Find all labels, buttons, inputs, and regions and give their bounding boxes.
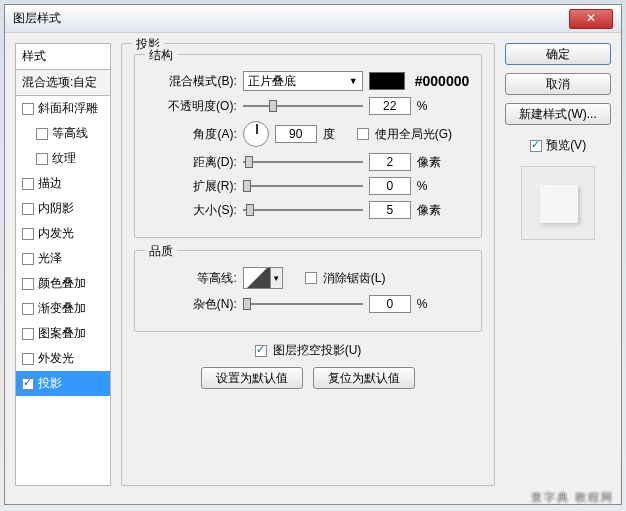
opacity-label: 不透明度(O): [147,98,237,115]
opacity-slider[interactable] [243,98,363,114]
sidebar-item-checkbox[interactable] [36,153,48,165]
group-main: 投影 结构 混合模式(B): 正片叠底 ▼ #000000 不透明度(O): [121,43,496,486]
sidebar-item-label: 等高线 [52,125,88,142]
contour-dropdown[interactable]: ▼ [271,267,283,289]
antialias-checkbox[interactable] [305,272,317,284]
antialias-label: 消除锯齿(L) [323,270,386,287]
angle-label: 角度(A): [147,126,237,143]
watermark: 查字典 教程网 [531,490,614,505]
sidebar-item-10[interactable]: 外发光 [16,346,110,371]
sidebar-item-checkbox[interactable] [22,228,34,240]
sidebar-item-label: 描边 [38,175,62,192]
sidebar-item-8[interactable]: 渐变叠加 [16,296,110,321]
size-label: 大小(S): [147,202,237,219]
sidebar-head: 样式 [16,44,110,70]
sidebar-item-label: 外发光 [38,350,74,367]
contour-label: 等高线: [147,270,237,287]
sidebar-item-checkbox[interactable] [22,103,34,115]
size-input[interactable]: 5 [369,201,411,219]
sidebar-item-0[interactable]: 斜面和浮雕 [16,96,110,121]
sidebar-item-11[interactable]: 投影 [16,371,110,396]
unit-percent: % [417,297,445,311]
sidebar-item-5[interactable]: 内发光 [16,221,110,246]
new-style-button[interactable]: 新建样式(W)... [505,103,611,125]
contour-preview[interactable] [243,267,271,289]
sidebar-item-label: 颜色叠加 [38,275,86,292]
sidebar-item-checkbox[interactable] [22,203,34,215]
sidebar-item-1[interactable]: 等高线 [16,121,110,146]
color-hex-label: #000000 [415,73,470,89]
set-default-button[interactable]: 设置为默认值 [201,367,303,389]
blend-mode-value: 正片叠底 [248,73,296,90]
group-structure-legend: 结构 [145,47,177,64]
opacity-input[interactable]: 22 [369,97,411,115]
noise-input[interactable]: 0 [369,295,411,313]
sidebar-item-checkbox[interactable] [22,253,34,265]
angle-dial[interactable] [243,121,269,147]
knockout-label: 图层挖空投影(U) [273,342,362,359]
shadow-color-swatch[interactable] [369,72,405,90]
group-quality-legend: 品质 [145,243,177,260]
global-light-label: 使用全局光(G) [375,126,452,143]
unit-percent: % [417,99,445,113]
unit-px: 像素 [417,154,445,171]
unit-degree: 度 [323,126,351,143]
sidebar-item-label: 斜面和浮雕 [38,100,98,117]
unit-percent: % [417,179,445,193]
sidebar-item-7[interactable]: 颜色叠加 [16,271,110,296]
titlebar: 图层样式 ✕ [5,5,621,33]
spread-label: 扩展(R): [147,178,237,195]
noise-label: 杂色(N): [147,296,237,313]
styles-sidebar: 样式 混合选项:自定 斜面和浮雕等高线纹理描边内阴影内发光光泽颜色叠加渐变叠加图… [15,43,111,486]
global-light-checkbox[interactable] [357,128,369,140]
distance-input[interactable]: 2 [369,153,411,171]
group-structure: 结构 混合模式(B): 正片叠底 ▼ #000000 不透明度(O): 2 [134,54,483,238]
sidebar-item-checkbox[interactable] [22,303,34,315]
preview-label: 预览(V) [546,137,586,154]
size-slider[interactable] [243,202,363,218]
sidebar-item-label: 渐变叠加 [38,300,86,317]
sidebar-item-label: 纹理 [52,150,76,167]
blend-mode-label: 混合模式(B): [147,73,237,90]
chevron-down-icon: ▼ [349,76,358,86]
sidebar-item-label: 内阴影 [38,200,74,217]
blend-mode-dropdown[interactable]: 正片叠底 ▼ [243,71,363,91]
sidebar-item-label: 内发光 [38,225,74,242]
sidebar-item-3[interactable]: 描边 [16,171,110,196]
knockout-checkbox[interactable] [255,345,267,357]
distance-label: 距离(D): [147,154,237,171]
angle-input[interactable]: 90 [275,125,317,143]
sidebar-item-checkbox[interactable] [22,353,34,365]
close-button[interactable]: ✕ [569,9,613,29]
preview-box [521,166,595,240]
sidebar-item-label: 投影 [38,375,62,392]
window-title: 图层样式 [13,10,569,27]
preview-inner [540,185,578,223]
sidebar-item-label: 光泽 [38,250,62,267]
sidebar-item-label: 图案叠加 [38,325,86,342]
unit-px: 像素 [417,202,445,219]
sidebar-item-checkbox[interactable] [22,328,34,340]
group-quality: 品质 等高线: ▼ 消除锯齿(L) 杂色(N): [134,250,483,332]
sidebar-item-checkbox[interactable] [22,378,34,390]
cancel-button[interactable]: 取消 [505,73,611,95]
reset-default-button[interactable]: 复位为默认值 [313,367,415,389]
sidebar-item-9[interactable]: 图案叠加 [16,321,110,346]
preview-checkbox[interactable] [530,140,542,152]
ok-button[interactable]: 确定 [505,43,611,65]
sidebar-item-6[interactable]: 光泽 [16,246,110,271]
distance-slider[interactable] [243,154,363,170]
sidebar-item-checkbox[interactable] [22,178,34,190]
spread-input[interactable]: 0 [369,177,411,195]
noise-slider[interactable] [243,296,363,312]
sidebar-blend-options[interactable]: 混合选项:自定 [16,70,110,96]
sidebar-item-checkbox[interactable] [36,128,48,140]
sidebar-item-2[interactable]: 纹理 [16,146,110,171]
sidebar-item-checkbox[interactable] [22,278,34,290]
sidebar-item-4[interactable]: 内阴影 [16,196,110,221]
spread-slider[interactable] [243,178,363,194]
